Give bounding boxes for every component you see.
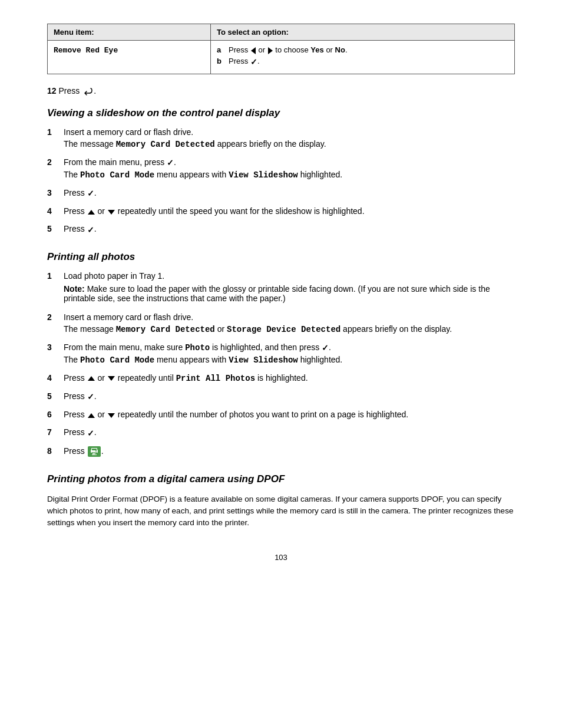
slideshow-steps: 1 Insert a memory card or flash drive. T… (47, 127, 515, 237)
checkmark-icon-p3: ✓ (322, 343, 329, 353)
arrow-down-icon-p6 (108, 413, 115, 418)
step-12: 12 Press . (47, 86, 515, 97)
p-step-7-content: Press ✓. (64, 427, 515, 440)
p-step-2-content: Insert a memory card or flash drive. The… (64, 312, 515, 337)
printing-step-2: 2 Insert a memory card or flash drive. T… (47, 312, 515, 337)
checkmark-icon-3: ✓ (87, 189, 94, 198)
p-step-3-text: From the main menu, make sure Photo is h… (64, 342, 515, 353)
no-text: No (335, 45, 345, 54)
printing-step-6: 6 Press or repeatedly until the number o… (47, 410, 515, 421)
slideshow-step-2: 2 From the main menu, press ✓. The Photo… (47, 157, 515, 182)
section-printing: Printing all photos 1 Load photo paper i… (47, 251, 515, 459)
slideshow-step-1: 1 Insert a memory card or flash drive. T… (47, 127, 515, 151)
arrow-up-icon (88, 210, 95, 215)
step-1-content: Insert a memory card or flash drive. The… (64, 127, 515, 151)
step-4-text: Press or repeatedly until the speed you … (64, 206, 515, 216)
step-2-text: From the main menu, press ✓. (64, 157, 515, 167)
storage-device-code: Storage Device Detected (227, 325, 340, 334)
slideshow-step-5: 5 Press ✓. (47, 224, 515, 236)
slideshow-step-4: 4 Press or repeatedly until the speed yo… (47, 206, 515, 218)
section-slideshow: Viewing a slideshow on the control panel… (47, 107, 515, 237)
p-step-2-text: Insert a memory card or flash drive. (64, 312, 515, 322)
step-1-sub: The message Memory Card Detected appears… (64, 139, 515, 149)
step-3-content: Press ✓. (64, 188, 515, 200)
section-dpof: Printing photos from a digital camera us… (47, 473, 515, 529)
p-step-8-content: Press (64, 446, 515, 459)
p-step-3-content: From the main menu, make sure Photo is h… (64, 342, 515, 367)
option-a-label: a (217, 45, 225, 54)
col2-header: To select an option: (211, 24, 515, 41)
return-arrow-icon (82, 86, 94, 97)
p-step-1-content: Load photo paper in Tray 1. Note: Make s… (64, 271, 515, 307)
print-all-photos-code: Print All Photos (176, 374, 255, 383)
step-1-text: Insert a memory card or flash drive. (64, 127, 515, 137)
step-5-num: 5 (47, 224, 59, 233)
section-slideshow-heading: Viewing a slideshow on the control panel… (47, 107, 515, 119)
svg-point-8 (95, 450, 97, 452)
print-svg (90, 447, 98, 456)
step-12-num: 12 (47, 86, 57, 95)
table-row: Remove Red Eye a Press or to choose Yes … (48, 41, 515, 74)
note-block: Note: Make sure to load the paper with t… (64, 284, 515, 303)
yes-text: Yes (310, 45, 323, 54)
step-5-content: Press ✓. (64, 224, 515, 236)
p-step-2-sub: The message Memory Card Detected or Stor… (64, 324, 515, 334)
photo-card-mode-code: Photo Card Mode (80, 170, 154, 180)
menu-item-value: Remove Red Eye (54, 46, 118, 55)
checkmark-icon-5: ✓ (87, 225, 94, 235)
printing-step-1: 1 Load photo paper in Tray 1. Note: Make… (47, 271, 515, 307)
printing-step-7: 7 Press ✓. (47, 427, 515, 440)
dpof-body: Digital Print Order Format (DPOF) is a f… (47, 493, 515, 529)
p-step-3-sub: The Photo Card Mode menu appears with Vi… (64, 355, 515, 365)
print-button-icon (88, 446, 101, 457)
view-slideshow-code-2: View Slideshow (229, 355, 298, 365)
printing-step-8: 8 Press (47, 446, 515, 459)
printing-step-3: 3 From the main menu, make sure Photo is… (47, 342, 515, 367)
page-number: 103 (47, 553, 515, 562)
p-step-2-num: 2 (47, 312, 59, 322)
checkmark-icon: ✓ (250, 57, 257, 67)
step-4-num: 4 (47, 206, 59, 216)
printing-step-5: 5 Press ✓. (47, 391, 515, 404)
p-step-8-text: Press (64, 446, 515, 457)
p-step-6-num: 6 (47, 410, 59, 419)
svg-rect-4 (92, 449, 97, 450)
step-2-num: 2 (47, 157, 59, 167)
view-slideshow-code: View Slideshow (229, 170, 298, 180)
p-step-5-content: Press ✓. (64, 391, 515, 404)
memory-card-code-2: Memory Card Detected (116, 325, 215, 334)
p-step-4-content: Press or repeatedly until Print All Phot… (64, 373, 515, 386)
menu-table: Menu item: To select an option: Remove R… (47, 24, 515, 74)
printing-step-4: 4 Press or repeatedly until Print All Ph… (47, 373, 515, 386)
section-printing-heading: Printing all photos (47, 251, 515, 263)
p-step-7-text: Press ✓. (64, 427, 515, 437)
p-step-4-text: Press or repeatedly until Print All Phot… (64, 373, 515, 383)
memory-card-code: Memory Card Detected (116, 140, 215, 149)
p-step-1-num: 1 (47, 271, 59, 281)
arrow-down-icon-p4 (108, 376, 115, 381)
arrow-up-icon-p4 (88, 376, 95, 381)
step-2-sub: The Photo Card Mode menu appears with Vi… (64, 170, 515, 180)
svg-rect-7 (92, 453, 95, 454)
option-b-content: Press ✓. (229, 57, 259, 67)
photo-card-mode-code-2: Photo Card Mode (80, 355, 154, 365)
checkmark-icon-p5: ✓ (87, 392, 94, 401)
arrow-down-icon (108, 210, 115, 215)
step-4-content: Press or repeatedly until the speed you … (64, 206, 515, 218)
option-a-content: Press or to choose Yes or No. (229, 45, 347, 54)
section-dpof-heading: Printing photos from a digital camera us… (47, 473, 515, 485)
options-cell: a Press or to choose Yes or No. b Press … (211, 41, 515, 74)
option-b-label: b (217, 57, 225, 65)
options-list: a Press or to choose Yes or No. b Press … (217, 45, 508, 67)
option-b: b Press ✓. (217, 57, 508, 67)
p-step-3-num: 3 (47, 342, 59, 352)
p-step-1-text: Load photo paper in Tray 1. (64, 271, 515, 281)
p-step-5-num: 5 (47, 391, 59, 401)
arrow-up-icon-p6 (88, 413, 95, 418)
step-2-content: From the main menu, press ✓. The Photo C… (64, 157, 515, 182)
note-label: Note: (64, 284, 85, 294)
col1-header: Menu item: (48, 24, 211, 41)
p-step-6-content: Press or repeatedly until the number of … (64, 410, 515, 421)
p-step-7-num: 7 (47, 427, 59, 437)
p-step-6-text: Press or repeatedly until the number of … (64, 410, 515, 419)
